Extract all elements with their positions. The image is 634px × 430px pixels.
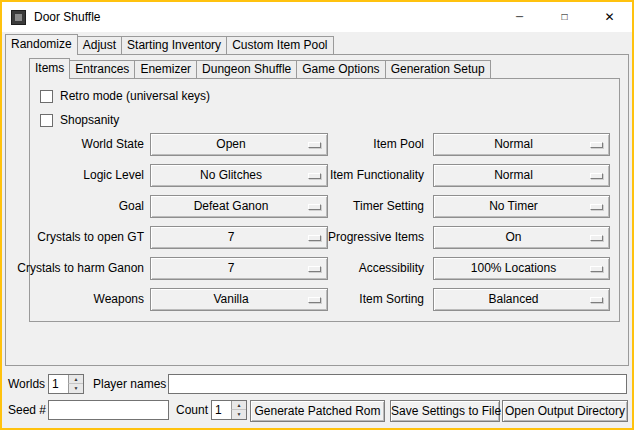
tab-dungeon-shuffle-label: Dungeon Shuffle [202, 62, 291, 76]
count-label: Count [176, 400, 208, 420]
shopsanity-label: Shopsanity [60, 113, 119, 127]
progressive-items-label: Progressive Items [328, 226, 424, 249]
timer-setting-value: No Timer [436, 196, 591, 217]
open-output-directory-button[interactable]: Open Output Directory [502, 400, 628, 422]
worlds-label: Worlds [8, 374, 45, 394]
tab-items-label: Items [35, 61, 64, 75]
item-functionality-label: Item Functionality [330, 164, 424, 187]
spin-down-icon[interactable]: ▼ [231, 410, 246, 419]
worlds-value[interactable]: 1 [52, 376, 67, 392]
items-panel: Retro mode (universal keys) Shopsanity W… [29, 78, 620, 322]
maximize-icon: □ [561, 12, 567, 22]
generate-patched-rom-button[interactable]: Generate Patched Rom [250, 400, 385, 422]
progressive-items-dropdown[interactable]: On [433, 226, 610, 249]
player-names-input[interactable] [168, 374, 627, 394]
tab-randomize[interactable]: Randomize [5, 34, 78, 55]
crystals-gt-dropdown[interactable]: 7 [150, 226, 328, 249]
dropdown-indicator-icon [308, 204, 321, 210]
tab-entrances[interactable]: Entrances [69, 60, 135, 79]
crystals-ganon-dropdown[interactable]: 7 [150, 257, 328, 280]
item-functionality-dropdown[interactable]: Normal [433, 164, 610, 187]
dropdown-indicator-icon [590, 142, 603, 148]
door-shuffle-window: Door Shuffle ─ □ ✕ Randomize Adjust Star… [0, 0, 634, 430]
spin-up-icon[interactable]: ▲ [68, 375, 83, 384]
tab-items[interactable]: Items [29, 58, 70, 79]
item-sorting-value: Balanced [436, 289, 591, 310]
tab-generation-setup[interactable]: Generation Setup [385, 60, 491, 79]
item-pool-value: Normal [436, 134, 591, 155]
minimize-button[interactable]: ─ [497, 2, 542, 32]
logic-level-label: Logic Level [83, 164, 144, 187]
timer-setting-dropdown[interactable]: No Timer [433, 195, 610, 218]
weapons-label: Weapons [94, 288, 144, 311]
tab-custom-item-pool-label: Custom Item Pool [232, 38, 327, 52]
crystals-gt-value: 7 [153, 227, 309, 248]
close-button[interactable]: ✕ [587, 2, 632, 32]
tab-dungeon-shuffle[interactable]: Dungeon Shuffle [196, 60, 297, 79]
item-functionality-value: Normal [436, 165, 591, 186]
retro-mode-checkbox[interactable] [40, 90, 53, 103]
app-icon[interactable] [11, 10, 26, 25]
goal-value: Defeat Ganon [153, 196, 309, 217]
tab-adjust[interactable]: Adjust [77, 36, 122, 55]
progressive-items-value: On [436, 227, 591, 248]
dropdown-indicator-icon [308, 142, 321, 148]
accessibility-label: Accessibility [359, 257, 424, 280]
count-spin-buttons: ▲ ▼ [231, 401, 246, 419]
main-tab-bar: Randomize Adjust Starting Inventory Cust… [5, 34, 333, 55]
window-title: Door Shuffle [34, 10, 101, 24]
dropdown-indicator-icon [590, 204, 603, 210]
randomize-tab-bar: Items Entrances Enemizer Dungeon Shuffle… [29, 58, 490, 79]
crystals-gt-label: Crystals to open GT [37, 226, 144, 249]
worlds-spinbox[interactable]: 1 ▲ ▼ [48, 374, 84, 394]
shopsanity-row: Shopsanity [40, 112, 119, 128]
tab-game-options[interactable]: Game Options [296, 60, 385, 79]
worlds-spin-buttons: ▲ ▼ [68, 375, 83, 393]
item-sorting-label: Item Sorting [359, 288, 424, 311]
shopsanity-checkbox[interactable] [40, 114, 53, 127]
accessibility-value: 100% Locations [436, 258, 591, 279]
weapons-dropdown[interactable]: Vanilla [150, 288, 328, 311]
world-state-dropdown[interactable]: Open [150, 133, 328, 156]
spin-up-icon[interactable]: ▲ [231, 401, 246, 410]
item-sorting-dropdown[interactable]: Balanced [433, 288, 610, 311]
item-pool-label: Item Pool [373, 133, 424, 156]
minimize-icon: ─ [516, 12, 523, 22]
tab-entrances-label: Entrances [75, 62, 129, 76]
spin-down-icon[interactable]: ▼ [68, 384, 83, 393]
crystals-ganon-label: Crystals to harm Ganon [17, 257, 144, 280]
retro-mode-row: Retro mode (universal keys) [40, 88, 210, 104]
tab-custom-item-pool[interactable]: Custom Item Pool [226, 36, 333, 55]
tab-enemizer-label: Enemizer [140, 62, 191, 76]
count-value[interactable]: 1 [215, 402, 230, 418]
weapons-value: Vanilla [153, 289, 309, 310]
timer-setting-label: Timer Setting [353, 195, 424, 218]
window-controls: ─ □ ✕ [497, 2, 632, 32]
item-pool-dropdown[interactable]: Normal [433, 133, 610, 156]
dropdown-indicator-icon [590, 173, 603, 179]
dropdown-indicator-icon [590, 235, 603, 241]
goal-dropdown[interactable]: Defeat Ganon [150, 195, 328, 218]
count-spinbox[interactable]: 1 ▲ ▼ [211, 400, 247, 420]
close-icon: ✕ [604, 11, 614, 23]
accessibility-dropdown[interactable]: 100% Locations [433, 257, 610, 280]
logic-level-dropdown[interactable]: No Glitches [150, 164, 328, 187]
seed-input[interactable] [48, 400, 169, 420]
save-settings-button[interactable]: Save Settings to File [390, 400, 500, 422]
logic-level-value: No Glitches [153, 165, 309, 186]
dropdown-indicator-icon [308, 266, 321, 272]
tab-starting-inventory-label: Starting Inventory [127, 38, 221, 52]
goal-label: Goal [119, 195, 144, 218]
world-state-value: Open [153, 134, 309, 155]
dropdown-indicator-icon [308, 235, 321, 241]
maximize-button[interactable]: □ [542, 2, 587, 32]
crystals-ganon-value: 7 [153, 258, 309, 279]
tab-starting-inventory[interactable]: Starting Inventory [121, 36, 227, 55]
tab-enemizer[interactable]: Enemizer [134, 60, 197, 79]
dropdown-indicator-icon [308, 297, 321, 303]
seed-label: Seed # [8, 400, 46, 420]
tab-game-options-label: Game Options [302, 62, 379, 76]
titlebar: Door Shuffle ─ □ ✕ [2, 2, 632, 32]
tab-randomize-label: Randomize [11, 37, 72, 51]
dropdown-indicator-icon [590, 266, 603, 272]
